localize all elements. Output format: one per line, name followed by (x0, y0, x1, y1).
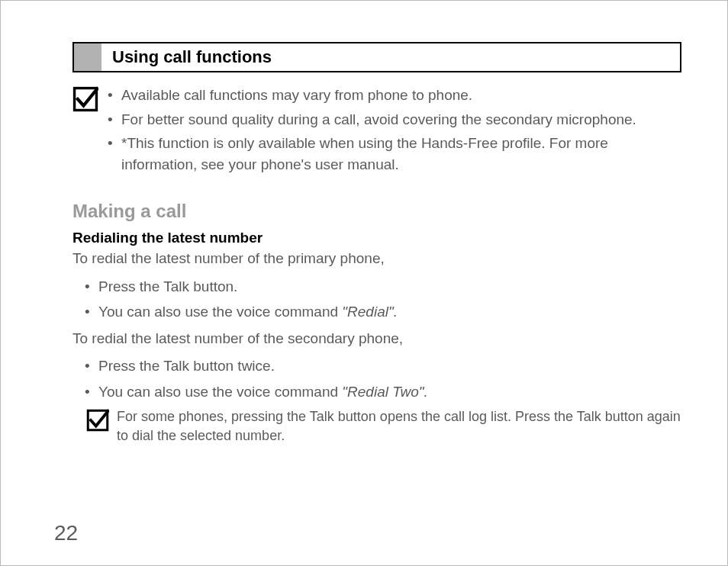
header-accent-block (74, 43, 101, 71)
step-item: Press the Talk button twice. (85, 355, 681, 377)
step-text: You can also use the voice command (98, 384, 342, 400)
steps-list-secondary: Press the Talk button twice. You can als… (85, 355, 681, 403)
steps-list-primary: Press the Talk button. You can also use … (85, 275, 681, 323)
voice-command: "Redial Two". (342, 384, 427, 400)
paragraph: To redial the latest number of the secon… (72, 328, 681, 349)
bottom-note-text: For some phones, pressing the Talk butto… (117, 407, 681, 445)
note-block-top: Available call functions may vary from p… (72, 85, 681, 178)
checkbox-icon (72, 86, 98, 112)
paragraph: To redial the latest number of the prima… (72, 248, 681, 269)
step-item: Press the Talk button. (85, 275, 681, 297)
step-item: You can also use the voice command "Redi… (85, 381, 681, 403)
note-block-bottom: For some phones, pressing the Talk butto… (86, 407, 681, 445)
step-text: You can also use the voice command (98, 304, 342, 320)
voice-command: "Redial". (342, 304, 398, 320)
top-note-item: Available call functions may vary from p… (108, 85, 681, 106)
top-note-item: *This function is only available when us… (108, 133, 681, 175)
section-header: Using call functions (72, 42, 681, 72)
step-item: You can also use the voice command "Redi… (85, 301, 681, 323)
manual-page: Using call functions Available call func… (0, 0, 728, 566)
top-notes-list: Available call functions may vary from p… (108, 85, 681, 178)
subsection-heading: Making a call (72, 201, 681, 222)
top-note-item: For better sound quality during a call, … (108, 109, 681, 130)
page-number: 22 (54, 521, 78, 545)
checkbox-icon (86, 409, 109, 432)
topic-heading: Redialing the latest number (72, 230, 681, 246)
section-title: Using call functions (112, 47, 272, 67)
